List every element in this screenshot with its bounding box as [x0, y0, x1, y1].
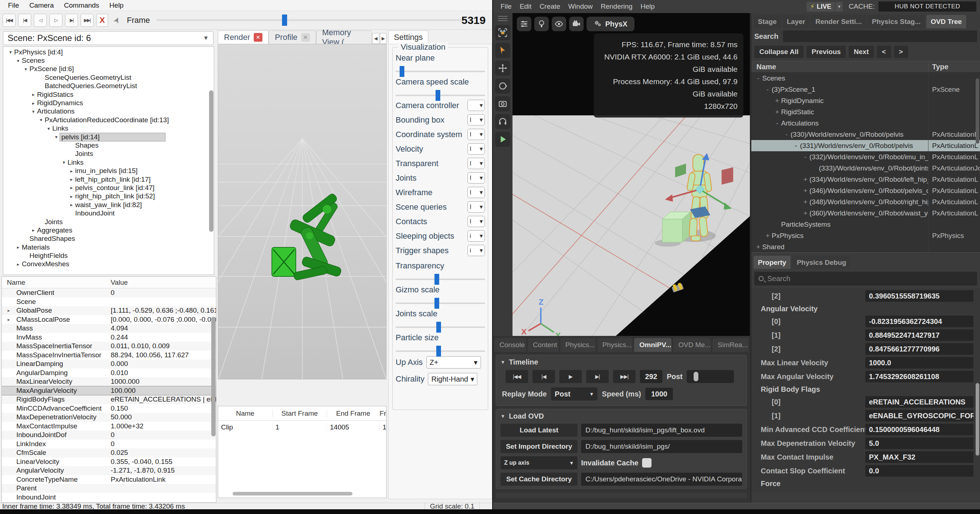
tree-item[interactable]: ▾PxPhysics [id:4] — [3, 48, 214, 56]
ovd-tree-row[interactable]: (333)/World/envs/env_0/Robot/joints/imu_… — [751, 162, 980, 174]
slider-knob[interactable] — [399, 66, 404, 77]
tab-layer[interactable]: Layer — [783, 15, 810, 28]
slider-knob[interactable] — [436, 322, 441, 333]
expand-icon[interactable]: + — [802, 176, 810, 184]
menu-item-help[interactable]: Help — [636, 3, 659, 11]
close-icon[interactable]: ✕ — [301, 33, 310, 42]
setting-select-camera-controller[interactable]: ▾ — [468, 100, 485, 111]
property-row[interactable]: MassSpaceInvInertiaTensor88.294, 100.056… — [2, 351, 216, 360]
tree-item[interactable]: InboundJoint — [3, 209, 214, 217]
property-row[interactable]: InboundJointDof0 — [2, 431, 216, 439]
property-value-field[interactable]: 0.3960515558719635 — [865, 290, 974, 302]
setting-select-trigger-shapes[interactable]: i▾ — [468, 245, 485, 256]
property-value-field[interactable]: 0.1500000596046448 — [865, 424, 974, 435]
first-frame-button[interactable]: |◀◀ — [3, 14, 16, 27]
expand-icon[interactable]: ▸ — [8, 308, 16, 313]
tree-item[interactable]: Shapes — [3, 141, 214, 149]
property-row[interactable]: Mass4.094 — [2, 324, 216, 333]
viewport-settings-button[interactable] — [517, 17, 531, 31]
tree-item[interactable]: ▸pelvis_contour_link [id:47] — [3, 184, 214, 192]
setting-select-wireframe[interactable]: I▾ — [468, 187, 485, 198]
move-tool-button[interactable] — [495, 60, 510, 76]
slider-knob[interactable] — [436, 346, 441, 357]
tab-scroll-right-icon[interactable]: ▶ — [380, 33, 387, 44]
tree-item[interactable]: ▾Links — [3, 158, 214, 167]
lighting-button[interactable] — [534, 17, 549, 31]
tree-item[interactable]: Joints — [3, 150, 214, 158]
slider-knob[interactable] — [436, 90, 440, 101]
next-key-button[interactable]: ▶| — [65, 14, 78, 27]
set-cache-directory-button[interactable]: Set Cache Directory — [501, 473, 578, 486]
chevron-expanded-icon[interactable]: ▾ — [60, 160, 67, 165]
property-row[interactable]: ▸CMassLocalPose[0.000, 0.000, -0.076 ;0.… — [2, 315, 216, 324]
setting-select-sleeping-objects[interactable]: i▾ — [468, 230, 485, 241]
live-dropdown-caret[interactable]: ▼ — [835, 2, 843, 12]
tree-item[interactable]: ▸imu_in_pelvis [id:15] — [3, 167, 214, 175]
--button[interactable]: < — [877, 46, 891, 58]
column-value[interactable]: Value — [111, 279, 128, 287]
--button[interactable]: > — [894, 46, 908, 58]
collapse-icon[interactable]: - — [792, 142, 800, 150]
tree-item[interactable]: ▸Materials — [3, 243, 214, 251]
ovd-tree-row[interactable]: -(332)/World/envs/env_0/Robot/imu_in_pel… — [751, 151, 980, 162]
tab-content[interactable]: Content — [528, 338, 558, 352]
capture-tool-button[interactable] — [495, 96, 510, 111]
menu-item-file[interactable]: File — [496, 3, 516, 11]
menu-item-file[interactable]: File — [4, 1, 24, 10]
slider-knob[interactable] — [434, 298, 439, 309]
timeline-last-button[interactable]: ▶▶| — [613, 370, 636, 383]
property-value-field[interactable]: eENABLE_GYROSCOPIC_FORCES — [865, 410, 974, 422]
property-value-field[interactable]: 5.0 — [865, 438, 974, 449]
tree-item[interactable]: ▾Scenes — [3, 56, 214, 65]
load-latest-button[interactable]: Load Latest — [501, 424, 578, 437]
expand-icon[interactable]: + — [802, 187, 810, 195]
tree-item[interactable]: ▸Aggregates — [3, 226, 214, 234]
replay-mode-select[interactable]: Post ▼ — [551, 387, 597, 400]
path-field[interactable]: D:/bug_hunt/skild/isim_pgs/ — [581, 440, 742, 453]
chevron-expanded-icon[interactable]: ▾ — [45, 126, 52, 131]
setting-select-coordinate-system[interactable]: I▾ — [468, 129, 485, 140]
expand-icon[interactable]: + — [802, 198, 810, 206]
tree-item[interactable]: ▾pelvis [id:14] — [3, 133, 214, 141]
expand-icon[interactable]: + — [802, 209, 810, 217]
scene-selector[interactable]: Scene: PxScene id: 6 ▼ — [3, 31, 213, 45]
chevron-collapsed-icon[interactable]: ▸ — [30, 100, 37, 106]
column-name[interactable]: Name — [751, 63, 929, 71]
tree-item[interactable]: SceneQueries.GeometryList — [3, 73, 214, 82]
setting-slider-particle-size[interactable] — [396, 351, 485, 352]
setting-select-transparent[interactable]: I▾ — [468, 158, 485, 169]
chevron-collapsed-icon[interactable]: ▸ — [68, 168, 75, 174]
tab-ovdme[interactable]: OVD Me... — [673, 338, 711, 352]
tab-scroll-left-icon[interactable]: ◀ — [372, 33, 379, 44]
ovd-tree-row[interactable]: +RigidStatic — [751, 106, 980, 117]
select-mode-button[interactable] — [495, 25, 510, 40]
tree-item[interactable]: ▸RigidStatics — [3, 90, 214, 99]
clip-column-2[interactable]: End Frame — [327, 409, 380, 417]
play-button[interactable]: ▷ — [49, 14, 62, 27]
tab-simrea[interactable]: SimRea... — [713, 338, 748, 352]
tree-item[interactable]: ▸left_hip_pitch_link [id:17] — [3, 175, 214, 184]
path-field[interactable]: C:/Users/pdeherasciec/OneDrive - NVIDIA … — [581, 473, 742, 486]
tree-item[interactable]: HeightFields — [3, 251, 214, 260]
chevron-expanded-icon[interactable]: ▾ — [14, 58, 22, 63]
collapse-icon[interactable]: - — [764, 86, 772, 94]
property-row[interactable]: LinearDamping0.000 — [2, 360, 216, 368]
ovd-tree-row[interactable]: +(334)/World/envs/env_0/Robot/left_hip_p… — [751, 174, 980, 185]
chevron-collapsed-icon[interactable]: ▸ — [30, 227, 37, 233]
chevron-collapsed-icon[interactable]: ▸ — [68, 202, 75, 208]
timeline-frame-field[interactable]: 292 — [640, 370, 662, 383]
ov-viewport[interactable]: Z X Y m — [512, 13, 750, 347]
setting-select-up-axis[interactable]: Z+▾ — [426, 356, 481, 368]
chevron-collapsed-icon[interactable]: ▸ — [14, 262, 22, 267]
tree-item[interactable]: ▾PxScene [id:6] — [3, 65, 214, 73]
property-row[interactable]: Parent — [2, 484, 216, 493]
step-back-button[interactable]: ◁ — [34, 14, 47, 27]
ovd-tree-row[interactable]: +(348)/World/envs/env_0/Robot/right_hip_… — [751, 196, 980, 208]
ovd-tree-row[interactable]: +(346)/World/envs/env_0/Robot/pelvis_con… — [751, 185, 980, 196]
timeline-play-button[interactable]: ▶ — [559, 370, 582, 383]
scrollbar[interactable] — [976, 78, 979, 144]
ovd-tree-row[interactable]: +Shared — [751, 241, 980, 252]
prev-key-button[interactable]: |◀ — [18, 14, 31, 27]
setting-select-contacts[interactable]: I▾ — [468, 216, 485, 227]
camera-button[interactable] — [569, 17, 584, 31]
